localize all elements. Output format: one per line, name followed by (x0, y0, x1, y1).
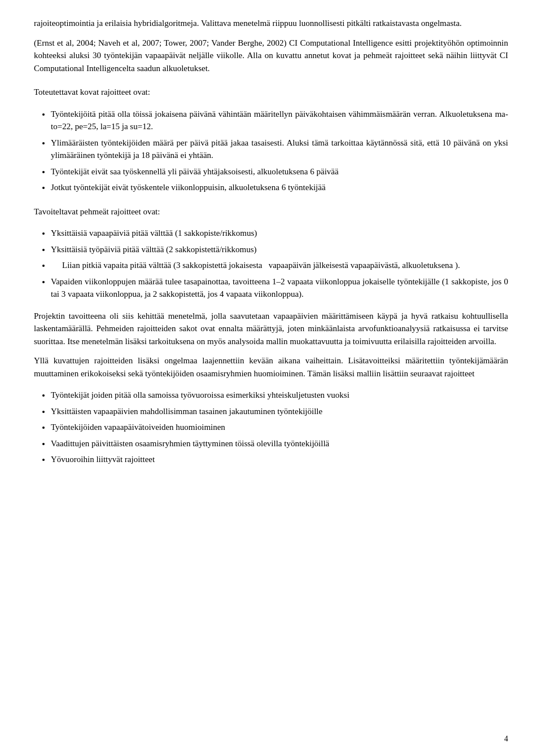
soft-constraints-heading: Tavoiteltavat pehmeät rajoitteet ovat: (34, 205, 508, 218)
paragraph-1: rajoiteoptimointia ja erilaisia hybridia… (34, 17, 508, 30)
hard-constraint-item-3: Työntekijät eivät saa työskennellä yli p… (51, 165, 508, 178)
final-constraint-item-1: Työntekijät joiden pitää olla samoissa t… (51, 389, 508, 402)
citation-ci: (Ernst et al, 2004; Naveh et al, 2007; T… (34, 38, 289, 47)
soft-constraint-item-1: Yksittäisiä vapaapäiviä pitää välttää (1… (51, 227, 508, 240)
soft-constraints-list: Yksittäisiä vapaapäiviä pitää välttää (1… (51, 227, 508, 301)
soft-constraint-item-2: Yksittäisiä työpäiviä pitää välttää (2 s… (51, 243, 508, 256)
page-content: rajoiteoptimointia ja erilaisia hybridia… (34, 17, 508, 466)
paragraph-6: Yllä kuvattujen rajoitteiden lisäksi ong… (34, 354, 508, 380)
final-constraint-item-4: Vaadittujen päivittäisten osaamisryhmien… (51, 437, 508, 450)
hard-constraint-item-1: Työntekijöitä pitää olla töissä jokaisen… (51, 108, 508, 133)
page-number: 4 (504, 733, 508, 745)
hard-constraint-item-4: Jotkut työntekijät eivät työskentele vii… (51, 181, 508, 194)
final-constraints-list: Työntekijät joiden pitää olla samoissa t… (51, 389, 508, 466)
hard-constraints-list: Työntekijöitä pitää olla töissä jokaisen… (51, 108, 508, 194)
final-constraint-item-3: Työntekijöiden vapaapäivätoiveiden huomi… (51, 421, 508, 434)
soft-constraint-item-3: Liian pitkiä vapaita pitää välttää (3 sa… (51, 259, 508, 272)
hard-constraint-item-2: Ylimääräisten työntekijöiden määrä per p… (51, 137, 508, 162)
final-constraint-item-5: Yövuoroihin liittyvät rajoitteet (51, 453, 508, 466)
paragraph-2: (Ernst et al, 2004; Naveh et al, 2007; T… (34, 37, 508, 75)
soft-constraint-item-4: Vapaiden viikonloppujen määrää tulee tas… (51, 275, 508, 301)
hard-constraints-heading: Toteutettavat kovat rajoitteet ovat: (34, 86, 508, 99)
final-constraint-item-2: Yksittäisten vapaapäivien mahdollisimman… (51, 405, 508, 418)
paragraph-5: Projektin tavoitteena oli siis kehittää … (34, 310, 508, 348)
